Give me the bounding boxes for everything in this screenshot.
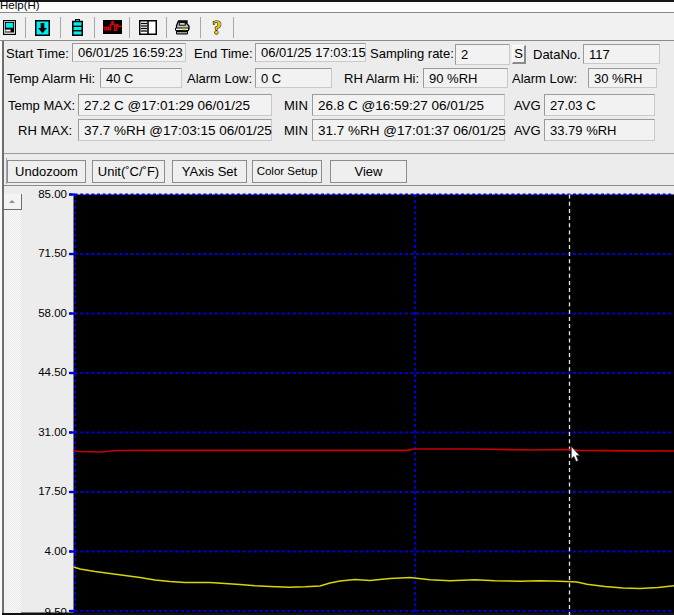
- svg-text:?: ?: [212, 18, 222, 38]
